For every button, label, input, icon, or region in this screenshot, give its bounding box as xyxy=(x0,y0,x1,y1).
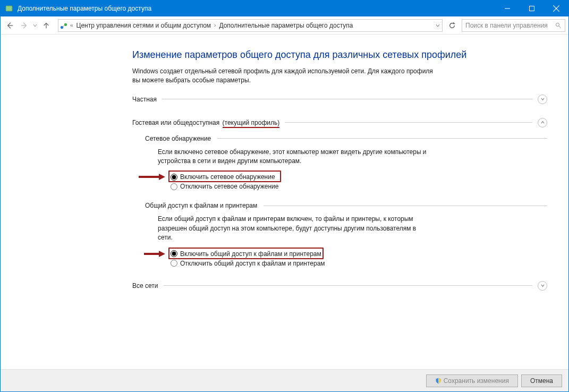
profile-guest-header[interactable]: Гостевая или общедоступная (текущий проф… xyxy=(132,117,547,129)
current-profile-badge: (текущий профиль) xyxy=(223,119,280,128)
profile-all-networks: Все сети xyxy=(132,280,547,292)
breadcrumb-separator-icon: › xyxy=(213,22,217,28)
svg-line-12 xyxy=(559,25,561,28)
page-description: Windows создает отдельный сетевой профил… xyxy=(132,67,440,85)
nav-forward-button[interactable] xyxy=(18,19,30,32)
content-area: Изменение параметров общего доступа для … xyxy=(1,35,568,391)
shield-icon xyxy=(435,378,441,384)
search-box[interactable] xyxy=(462,19,565,32)
network-icon xyxy=(58,22,69,29)
refresh-button[interactable] xyxy=(446,19,458,32)
footer: Сохранить изменения Отмена xyxy=(1,369,568,391)
annotation-arrow-icon xyxy=(139,173,166,183)
svg-rect-2 xyxy=(530,6,534,11)
svg-point-11 xyxy=(556,23,559,26)
annotation-arrow-icon xyxy=(144,250,172,260)
nav-history-dropdown[interactable] xyxy=(31,23,39,28)
radio-discovery-off[interactable]: Отключить сетевое обнаружение xyxy=(171,182,547,191)
profile-private-label: Частная xyxy=(132,96,157,103)
search-icon[interactable] xyxy=(552,22,565,29)
maximize-button[interactable] xyxy=(520,1,544,16)
cancel-button[interactable]: Отмена xyxy=(521,374,562,387)
window-title: Дополнительные параметры общего доступа xyxy=(18,5,495,12)
chevron-down-icon xyxy=(538,281,547,291)
app-icon xyxy=(5,4,13,13)
file-sharing-header: Общий доступ к файлам и принтерам xyxy=(145,202,257,209)
navbar: « Центр управления сетями и общим доступ… xyxy=(1,16,568,35)
network-discovery-desc: Если включено сетевое обнаружение, этот … xyxy=(158,148,429,166)
nav-up-button[interactable] xyxy=(40,19,53,32)
breadcrumb-item-advanced-sharing[interactable]: Дополнительные параметры общего доступа xyxy=(217,22,355,29)
profile-guest-label: Гостевая или общедоступная (текущий проф… xyxy=(132,119,279,126)
radio-discovery-on-input[interactable] xyxy=(171,174,177,181)
chevron-up-icon xyxy=(538,118,547,127)
chevron-down-icon xyxy=(538,95,547,104)
radio-discovery-off-input[interactable] xyxy=(171,183,177,190)
profile-all-networks-label: Все сети xyxy=(132,282,158,289)
breadcrumb-bar[interactable]: « Центр управления сетями и общим доступ… xyxy=(58,19,443,32)
window-buttons xyxy=(495,1,568,16)
nav-back-button[interactable] xyxy=(4,19,16,32)
titlebar: Дополнительные параметры общего доступа xyxy=(1,1,568,16)
radio-sharing-on[interactable]: Включить общий доступ к файлам и принтер… xyxy=(171,249,547,259)
svg-line-10 xyxy=(63,25,65,27)
save-button[interactable]: Сохранить изменения xyxy=(426,374,518,387)
breadcrumb-item-network-center[interactable]: Центр управления сетями и общим доступом xyxy=(74,22,214,29)
subsection-network-discovery: Сетевое обнаружение Если включено сетево… xyxy=(145,135,547,192)
breadcrumb-chev-icon: « xyxy=(69,22,74,28)
profile-private: Частная xyxy=(132,93,547,105)
window: Дополнительные параметры общего доступа xyxy=(0,0,569,392)
close-button[interactable] xyxy=(544,1,568,16)
network-discovery-header: Сетевое обнаружение xyxy=(145,135,211,142)
subsection-file-sharing: Общий доступ к файлам и принтерам Если о… xyxy=(145,202,547,268)
profile-guest: Гостевая или общедоступная (текущий проф… xyxy=(132,117,547,268)
radio-discovery-on[interactable]: Включить сетевое обнаружение xyxy=(171,172,547,182)
svg-rect-0 xyxy=(6,6,12,11)
minimize-button[interactable] xyxy=(495,1,520,16)
breadcrumb-dropdown[interactable] xyxy=(432,20,442,31)
search-input[interactable] xyxy=(462,22,552,29)
file-sharing-desc: Если общий доступ к файлам и принтерам в… xyxy=(158,215,429,242)
radio-sharing-off[interactable]: Отключить общий доступ к файлам и принте… xyxy=(171,259,547,268)
radio-sharing-on-input[interactable] xyxy=(171,250,177,257)
profile-private-header[interactable]: Частная xyxy=(132,93,547,105)
radio-sharing-off-input[interactable] xyxy=(171,260,177,267)
profile-all-networks-header[interactable]: Все сети xyxy=(132,280,547,292)
page-title: Изменение параметров общего доступа для … xyxy=(132,49,547,61)
